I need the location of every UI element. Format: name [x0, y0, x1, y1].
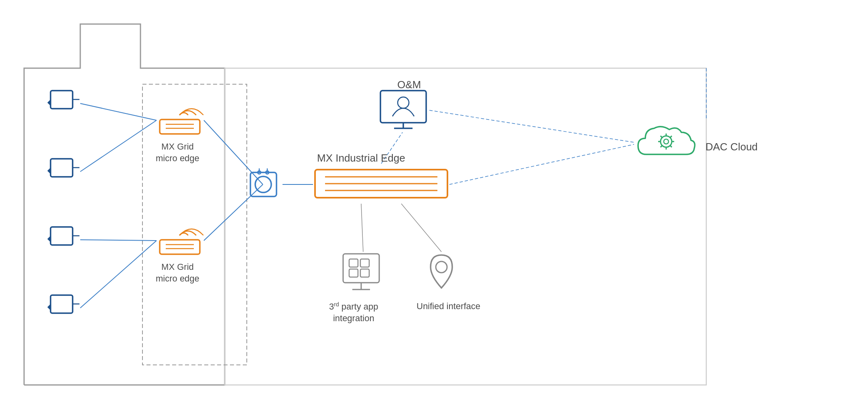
diagram-container: MX Grid micro edge MX Grid micro edge MX… — [0, 0, 868, 409]
svg-line-56 — [661, 146, 662, 147]
device-icon-4 — [47, 292, 79, 324]
mx-industrial-edge-icon — [313, 164, 449, 204]
svg-marker-25 — [47, 304, 51, 310]
svg-line-3 — [80, 120, 157, 172]
svg-line-10 — [361, 204, 363, 252]
dac-cloud-label: DAC Cloud — [705, 140, 758, 154]
svg-rect-59 — [360, 259, 369, 267]
svg-rect-27 — [160, 119, 200, 134]
device-icon-1 — [47, 87, 79, 119]
svg-line-54 — [670, 146, 672, 147]
svg-line-55 — [670, 136, 672, 138]
svg-marker-19 — [47, 168, 51, 174]
mx-grid-bottom-label: MX Grid micro edge — [156, 261, 199, 284]
third-party-app-icon — [341, 252, 385, 296]
svg-marker-16 — [47, 99, 51, 106]
svg-point-48 — [664, 139, 669, 144]
svg-point-47 — [661, 136, 672, 147]
main-diagram-svg — [0, 0, 868, 409]
third-party-label: 3rd party appintegration — [329, 301, 378, 324]
svg-point-34 — [255, 176, 271, 192]
svg-rect-24 — [51, 295, 73, 313]
om-label: O&M — [397, 78, 421, 92]
svg-rect-15 — [51, 91, 73, 109]
svg-marker-22 — [47, 236, 51, 242]
unified-interface-icon — [423, 252, 459, 296]
svg-rect-43 — [380, 91, 426, 123]
svg-rect-60 — [349, 269, 358, 277]
device-icon-3 — [47, 224, 79, 256]
svg-point-44 — [398, 97, 409, 108]
svg-rect-18 — [51, 159, 73, 177]
unified-interface-label: Unified interface — [417, 301, 480, 312]
dac-cloud-icon — [634, 118, 698, 166]
om-monitor-icon — [377, 87, 429, 132]
svg-line-12 — [429, 110, 634, 142]
device-icon-2 — [47, 156, 79, 188]
svg-line-5 — [80, 241, 157, 308]
camera-sensor-icon — [246, 168, 283, 200]
svg-rect-57 — [343, 254, 379, 283]
svg-rect-21 — [51, 227, 73, 245]
svg-line-13 — [449, 144, 634, 184]
svg-rect-30 — [160, 240, 200, 254]
svg-line-4 — [80, 240, 157, 241]
svg-line-2 — [80, 103, 157, 120]
svg-line-53 — [661, 136, 662, 138]
router-icon-top — [156, 103, 204, 140]
svg-line-11 — [401, 204, 441, 252]
svg-rect-58 — [349, 259, 358, 267]
svg-rect-61 — [360, 269, 369, 277]
svg-point-64 — [436, 261, 447, 273]
mx-industrial-edge-label: MX Industrial Edge — [317, 152, 405, 165]
mx-grid-top-label: MX Grid micro edge — [156, 141, 199, 164]
router-icon-bottom — [156, 224, 204, 260]
